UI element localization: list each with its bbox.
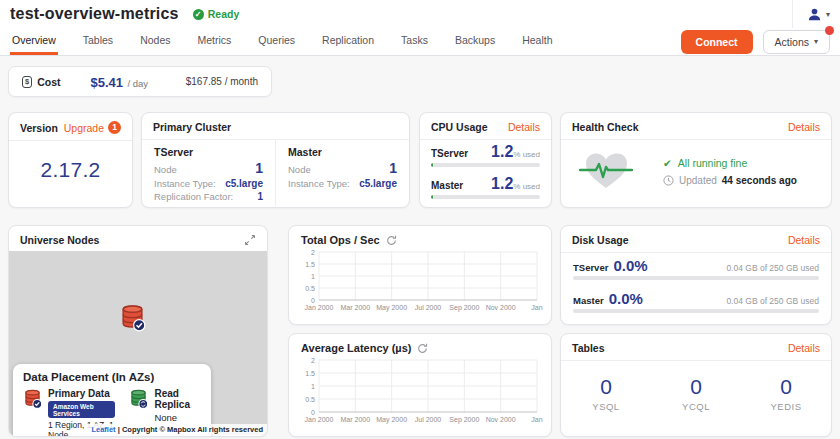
tserver-node-row: Node 1 (154, 160, 263, 176)
table-label: YEDIS (741, 401, 831, 412)
provider-badge: Amazon Web Services (48, 401, 115, 418)
cpu-tserver-bar (431, 163, 540, 167)
cost-label-group: $ Cost (22, 76, 61, 88)
cost-per-day: $5.41 / day (91, 73, 149, 91)
disk-detail: 0.04 GB of 250 GB used (726, 296, 819, 306)
chevron-down-icon: ▾ (826, 10, 830, 19)
status-label: Ready (208, 8, 240, 20)
upgrade-label: Upgrade (64, 122, 104, 134)
tab-backups[interactable]: Backups (453, 28, 497, 55)
chevron-down-icon: ▾ (814, 37, 818, 46)
cost-label: Cost (37, 76, 60, 88)
tserver-title: TServer (154, 146, 263, 158)
universe-nodes-title: Universe Nodes (20, 234, 99, 246)
disk-usage-header: Disk Usage Details (561, 226, 831, 253)
table-label: YSQL (561, 401, 651, 412)
disk-usage-card: Disk Usage Details TServer 0.0% 0.04 GB … (560, 225, 832, 325)
refresh-icon[interactable] (386, 235, 397, 246)
svg-text:Nov 2000: Nov 2000 (486, 416, 516, 423)
tab-queries[interactable]: Queries (256, 28, 297, 55)
yedis-count-item: 0 YEDIS (741, 375, 831, 412)
leaflet-link[interactable]: Leaflet (91, 425, 115, 434)
user-menu[interactable]: ▾ (792, 0, 830, 28)
replica-db-icon (129, 388, 148, 409)
health-body: ✔ All running fine Updated 44 seconds ag… (561, 140, 831, 202)
map-attribution: Leaflet | Copyright © Mapbox All rights … (87, 424, 267, 435)
total-ops-chart: Jan 2000Mar 2000May 2000Jul 2000Sep 2000… (291, 247, 547, 313)
meter-suffix: % used (513, 150, 540, 159)
primary-data-label: Primary Data (48, 388, 115, 399)
svg-text:Sep 2000: Sep 2000 (449, 304, 479, 312)
svg-text:Jan 2000: Jan 2000 (305, 416, 334, 423)
table-count: 0 (561, 375, 651, 399)
health-text: ✔ All running fine Updated 44 seconds ag… (663, 157, 797, 186)
tab-overview[interactable]: Overview (10, 28, 58, 55)
map-canvas[interactable]: Data Placement (In AZs) (9, 251, 267, 435)
version-value: 2.17.2 (9, 158, 132, 182)
notification-dot (825, 26, 834, 35)
version-title: Version (20, 122, 58, 134)
actions-button[interactable]: Actions ▾ (763, 30, 830, 54)
expand-icon[interactable] (244, 234, 256, 246)
svg-text:0.5: 0.5 (305, 285, 315, 292)
table-label: YCQL (651, 401, 741, 412)
disk-label: Master (573, 295, 604, 306)
tab-tasks[interactable]: Tasks (399, 28, 430, 55)
cost-bar: $ Cost $5.41 / day $167.85 / month (8, 66, 272, 97)
primary-db-icon (23, 388, 42, 409)
tables-header: Tables Details (561, 334, 831, 361)
tables-details-link[interactable]: Details (788, 342, 820, 354)
table-count: 0 (651, 375, 741, 399)
svg-text:May 2000: May 2000 (376, 304, 407, 312)
cpu-master-bar (431, 195, 540, 199)
version-card-header: Version Upgrade 1 (9, 113, 132, 141)
universe-nodes-card: Universe Nodes Data Pla (8, 225, 268, 437)
dollar-icon: $ (22, 76, 32, 88)
node-marker-icon[interactable] (119, 303, 146, 332)
svg-text:Mar 2000: Mar 2000 (341, 304, 371, 311)
row-label: Node (154, 164, 177, 175)
tab-metrics[interactable]: Metrics (195, 28, 233, 55)
svg-text:0.5: 0.5 (305, 396, 315, 403)
disk-detail: 0.04 GB of 250 GB used (726, 263, 819, 273)
tab-tables[interactable]: Tables (81, 28, 115, 55)
updated-value: 44 seconds ago (722, 175, 797, 186)
svg-text:1.5: 1.5 (305, 261, 315, 268)
cpu-details-link[interactable]: Details (508, 121, 540, 133)
connect-button[interactable]: Connect (681, 30, 753, 54)
disk-details-link[interactable]: Details (788, 234, 820, 246)
primary-cluster-body: TServer Node 1 Instance Type: c5.large R… (142, 140, 409, 206)
health-details-link[interactable]: Details (788, 121, 820, 133)
cpu-tserver-row: TServer 1.2% used (420, 140, 551, 172)
disk-value: 0.0% (613, 257, 647, 274)
disk-tserver-row: TServer 0.0% 0.04 GB of 250 GB used (561, 253, 831, 286)
total-ops-card: Total Ops / Sec Jan 2000Mar 2000May 2000… (288, 225, 552, 325)
cpu-usage-header: CPU Usage Details (420, 113, 551, 140)
total-ops-title: Total Ops / Sec (301, 234, 380, 246)
tables-card: Tables Details 0 YSQL 0 YCQL 0 YEDIS (560, 333, 832, 437)
health-status-text: All running fine (678, 157, 747, 169)
refresh-icon[interactable] (417, 343, 428, 354)
avg-latency-card: Average Latency (µs) Jan 2000Mar 2000May… (288, 333, 552, 437)
svg-text:1: 1 (311, 383, 315, 390)
upgrade-link[interactable]: Upgrade 1 (64, 121, 121, 134)
avg-latency-header: Average Latency (µs) (289, 334, 551, 354)
version-card: Version Upgrade 1 2.17.2 (8, 112, 133, 208)
disk-master-bar (573, 309, 819, 313)
tab-health[interactable]: Health (520, 28, 554, 55)
meter-value: 1.2 (491, 175, 513, 192)
tables-title: Tables (572, 342, 604, 354)
ycql-count-item: 0 YCQL (651, 375, 741, 412)
actions-label: Actions (775, 36, 809, 48)
universe-dashboard: test-overview-metrics ✓ Ready ▾ Overview… (0, 0, 840, 439)
disk-value: 0.0% (609, 290, 643, 307)
read-replica-value: None (154, 412, 201, 423)
master-instance-row: Instance Type: c5.large (288, 178, 397, 189)
attribution-text: | Copyright © Mapbox All rights reserved (118, 425, 263, 434)
tab-replication[interactable]: Replication (320, 28, 376, 55)
tab-nodes[interactable]: Nodes (138, 28, 172, 55)
user-icon (807, 7, 822, 22)
meter-value: 1.2 (491, 143, 513, 160)
upgrade-count-badge: 1 (108, 121, 121, 134)
svg-text:Jul 2000: Jul 2000 (415, 416, 442, 423)
